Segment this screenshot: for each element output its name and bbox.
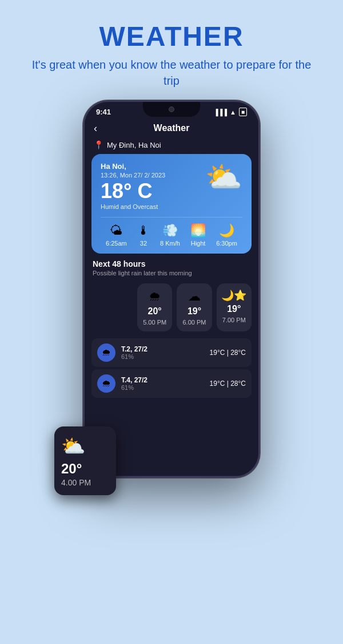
hourly-temp-3: 19° xyxy=(227,304,241,314)
front-camera xyxy=(169,106,174,112)
hourly-time-1: 5.00 PM xyxy=(143,319,166,326)
hourly-card-1: 🌧 20° 5.00 PM xyxy=(137,283,172,331)
wind-icon: 💨 xyxy=(162,223,178,238)
floating-card-temp: 20° xyxy=(61,461,82,477)
metric-sunrise: 🌤 6:25am xyxy=(106,223,127,247)
status-time: 9:41 xyxy=(96,108,111,116)
nav-title: Weather xyxy=(154,123,190,133)
sunset-icon: 🌙 xyxy=(219,223,234,238)
signal-icon: ▐▐▐ xyxy=(214,109,227,116)
next-hours-section: Next 48 hours Possible light rain later … xyxy=(85,254,258,279)
thermometer-icon: 🌡 xyxy=(137,223,150,238)
status-icons: ▐▐▐ ▲ ■ xyxy=(214,108,247,116)
back-button[interactable]: ‹ xyxy=(94,123,97,135)
daily-pct-1: 61% xyxy=(121,384,147,391)
weather-city: Ha Noi, xyxy=(101,162,165,171)
floating-hourly-card: ⛅ 20° 4.00 PM xyxy=(54,426,116,495)
daily-forecast-section: 🌧 T.2, 27/2 61% 19°C | 28°C 🌧 T xyxy=(85,338,258,398)
weather-card-top: Ha Noi, 13:26, Mon 27/ 2/ 2023 18° C Hum… xyxy=(101,162,242,210)
hourly-temp-2: 19° xyxy=(188,306,201,317)
metric-wind: 💨 8 Km/h xyxy=(160,223,180,247)
daily-left-1: 🌧 T.4, 27/2 61% xyxy=(97,374,147,393)
weather-main-icon: ⛅ xyxy=(205,162,242,192)
phone-frame-wrapper: 9:41 ▐▐▐ ▲ ■ ‹ Weather 📍 My Đinh, Ha Noi xyxy=(83,100,260,478)
phone-notch xyxy=(143,102,200,117)
page-title: WEATHER xyxy=(0,22,343,52)
hourly-icon-2: ☁ xyxy=(188,289,201,304)
location-bar: 📍 My Đinh, Ha Noi xyxy=(85,138,258,154)
hourly-icon-3: 🌙⭐ xyxy=(221,289,246,302)
metric-hight: 🌅 Hight xyxy=(190,223,206,247)
sunset-value: 6:30pm xyxy=(216,240,237,247)
daily-item-1: 🌧 T.4, 27/2 61% 19°C | 28°C xyxy=(91,369,252,398)
wifi-icon: ▲ xyxy=(230,109,236,116)
battery-icon: ■ xyxy=(239,108,247,116)
hourly-time-2: 6.00 PM xyxy=(183,319,206,326)
weather-description: Humid and Overcast xyxy=(101,203,165,210)
next-hours-title: Next 48 hours xyxy=(93,259,250,268)
phone-frame: 9:41 ▐▐▐ ▲ ■ ‹ Weather 📍 My Đinh, Ha Noi xyxy=(83,100,260,478)
weather-metrics-row: 🌤 6:25am 🌡 32 💨 8 Km/h 🌅 xyxy=(101,217,242,247)
daily-temps-1: 19°C | 28°C xyxy=(210,380,246,388)
hourly-card-2: ☁ 19° 6.00 PM xyxy=(177,283,212,331)
location-pin-icon: 📍 xyxy=(94,140,103,149)
hourly-icon-1: 🌧 xyxy=(149,289,161,304)
sunrise-value: 6:25am xyxy=(106,240,127,247)
daily-date-info-1: T.4, 27/2 61% xyxy=(121,376,147,391)
page-subtitle: It's great when you know the weather to … xyxy=(0,57,343,89)
floating-card-time: 4.00 PM xyxy=(61,478,91,487)
daily-icon-1: 🌧 xyxy=(97,374,115,393)
next-hours-subtitle: Possible light rain later this morning xyxy=(93,270,250,276)
floating-card-icon: ⛅ xyxy=(61,434,85,457)
weather-main-card: Ha Noi, 13:26, Mon 27/ 2/ 2023 18° C Hum… xyxy=(91,154,252,254)
page-background: WEATHER It's great when you know the wea… xyxy=(0,0,343,644)
hourly-cards-row: 🌧 20° 5.00 PM ☁ 19° 6.00 PM 🌙⭐ 19° 7.00 … xyxy=(85,279,258,336)
hourly-card-3: 🌙⭐ 19° 7.00 PM xyxy=(217,283,252,331)
daily-pct-0: 61% xyxy=(121,353,147,360)
weather-temperature: 18° C xyxy=(101,181,165,202)
hight-value: Hight xyxy=(191,240,206,247)
daily-temps-0: 19°C | 28°C xyxy=(210,349,246,357)
daily-date-1: T.4, 27/2 xyxy=(121,376,147,384)
metric-sunset: 🌙 6:30pm xyxy=(216,223,237,247)
daily-date-info-0: T.2, 27/2 61% xyxy=(121,345,147,360)
hourly-time-3: 7.00 PM xyxy=(222,317,246,323)
daily-icon-0: 🌧 xyxy=(97,343,115,362)
daily-left-0: 🌧 T.2, 27/2 61% xyxy=(97,343,147,362)
nav-bar: ‹ Weather xyxy=(85,118,258,138)
daily-date-0: T.2, 27/2 xyxy=(121,345,147,353)
wind-value: 8 Km/h xyxy=(160,240,180,247)
location-text: My Đinh, Ha Noi xyxy=(107,141,161,149)
app-screen: ‹ Weather 📍 My Đinh, Ha Noi Ha Noi, 13:2… xyxy=(85,118,258,476)
page-header: WEATHER It's great when you know the wea… xyxy=(0,0,343,98)
metric-temp: 🌡 32 xyxy=(137,223,150,247)
daily-item-0: 🌧 T.2, 27/2 61% 19°C | 28°C xyxy=(91,338,252,367)
temp-value: 32 xyxy=(140,240,147,247)
weather-location-date: Ha Noi, 13:26, Mon 27/ 2/ 2023 18° C Hum… xyxy=(101,162,165,210)
hight-icon: 🌅 xyxy=(190,223,206,238)
hourly-temp-1: 20° xyxy=(148,306,162,317)
sunrise-icon: 🌤 xyxy=(110,223,122,238)
weather-datetime: 13:26, Mon 27/ 2/ 2023 xyxy=(101,172,165,179)
